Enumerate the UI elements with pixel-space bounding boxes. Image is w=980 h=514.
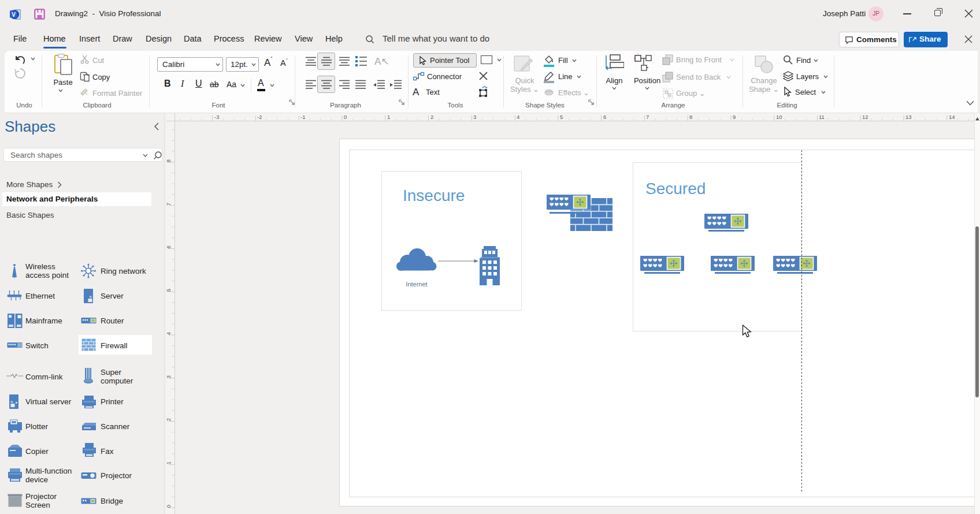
svg-text:V: V [12, 11, 16, 18]
